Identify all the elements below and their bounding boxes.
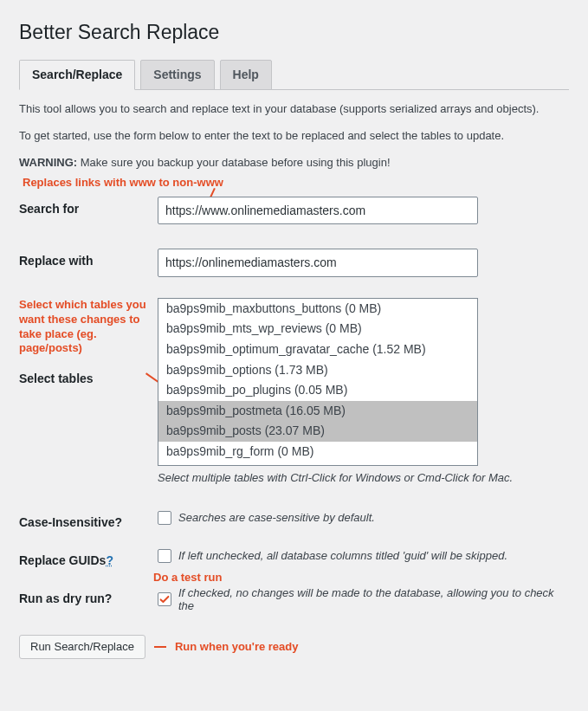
intro-warning: WARNING: Make sure you backup your datab…	[19, 156, 569, 169]
tab-settings[interactable]: Settings	[140, 60, 214, 90]
run-search-replace-button[interactable]: Run Search/Replace	[19, 635, 145, 659]
tab-search-replace[interactable]: Search/Replace	[19, 60, 135, 90]
page-title: Better Search Replace	[19, 21, 569, 44]
table-option[interactable]: ba9ps9mib_rg_form_meta (0.04 MB)	[158, 462, 477, 466]
select-tables-label: Select tables	[19, 372, 158, 385]
dry-run-desc: If checked, no changes will be made to t…	[178, 586, 569, 612]
table-option[interactable]: ba9ps9mib_maxbuttons_buttons (0 MB)	[158, 299, 477, 320]
intro-paragraph-2: To get started, use the form below to en…	[19, 129, 569, 142]
table-option[interactable]: ba9ps9mib_optimum_gravatar_cache (1.52 M…	[158, 339, 477, 360]
dry-run-checkbox[interactable]	[158, 592, 171, 606]
replace-guids-label: Replace GUIDs?	[19, 548, 158, 567]
check-icon	[158, 593, 171, 605]
case-insensitive-checkbox[interactable]	[158, 511, 171, 525]
dry-run-label: Run as dry run?	[19, 586, 158, 605]
replace-guids-desc: If left unchecked, all database columns …	[178, 549, 507, 562]
table-option[interactable]: ba9ps9mib_postmeta (16.05 MB)	[158, 401, 477, 422]
warning-text: Make sure you backup your database befor…	[77, 156, 390, 169]
replace-with-input[interactable]	[158, 249, 478, 276]
intro-paragraph-1: This tool allows you to search and repla…	[19, 102, 569, 115]
table-option[interactable]: ba9ps9mib_posts (23.07 MB)	[158, 421, 477, 442]
case-insensitive-desc: Searches are case-sensitive by default.	[178, 511, 375, 524]
table-option[interactable]: ba9ps9mib_rg_form (0 MB)	[158, 442, 477, 462]
table-option[interactable]: ba9ps9mib_po_plugins (0.05 MB)	[158, 380, 477, 401]
case-insensitive-label: Case-Insensitive?	[19, 510, 158, 529]
annotation-select-tables: Select which tables you want these chang…	[19, 298, 158, 357]
select-tables-hint: Select multiple tables with Ctrl-Click f…	[158, 471, 569, 484]
search-for-input[interactable]	[158, 197, 478, 224]
table-option[interactable]: ba9ps9mib_options (1.73 MB)	[158, 360, 477, 381]
replace-guids-checkbox[interactable]	[158, 549, 171, 563]
table-option[interactable]: ba9ps9mib_mts_wp_reviews (0 MB)	[158, 319, 477, 339]
replace-guids-help-icon[interactable]: ?	[106, 553, 113, 567]
annotation-search-for: Replaces links with www to non-www	[23, 176, 223, 190]
replace-with-label: Replace with	[19, 249, 158, 268]
warning-label: WARNING:	[19, 156, 77, 169]
tabs: Search/Replace Settings Help	[19, 60, 569, 90]
tab-help[interactable]: Help	[220, 60, 272, 90]
annotation-dry-run: Do a test run	[153, 571, 222, 585]
search-for-label: Search for	[19, 197, 158, 216]
annotation-submit: Run when you're ready	[175, 640, 299, 654]
intro-text: This tool allows you to search and repla…	[19, 102, 569, 169]
select-tables-listbox[interactable]: ba9ps9mib_maxbuttons_buttons (0 MB)ba9ps…	[158, 298, 478, 466]
